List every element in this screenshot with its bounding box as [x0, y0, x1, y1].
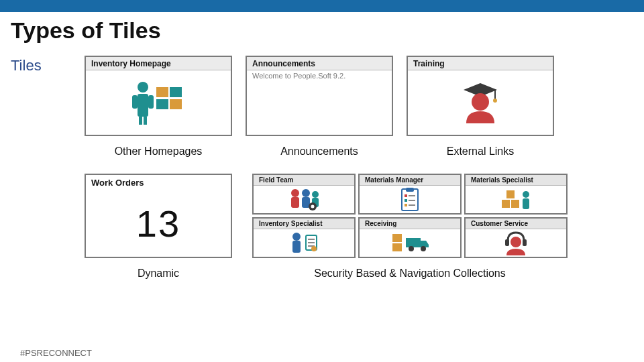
top-accent-bar: [0, 0, 644, 12]
svg-rect-9: [170, 99, 182, 109]
svg-point-34: [292, 233, 301, 241]
tile-inventory-specialist[interactable]: Inventory Specialist: [252, 217, 356, 258]
right-column: Inventory Homepage: [85, 56, 633, 280]
footer-hashtag: #PSRECONNECT: [20, 348, 92, 358]
content-grid: Tiles Inventory Homepage: [11, 56, 633, 280]
tile-inventory-homepage[interactable]: Inventory Homepage: [85, 56, 232, 136]
svg-rect-1: [138, 94, 148, 117]
svg-rect-42: [392, 243, 402, 251]
tile-title: Materials Specialist: [466, 175, 566, 186]
svg-point-45: [421, 246, 426, 251]
tile-body: [360, 229, 460, 257]
svg-point-13: [291, 189, 299, 197]
tile-title: Inventory Homepage: [86, 57, 231, 70]
svg-rect-43: [406, 238, 421, 247]
tile-title: Field Team: [254, 175, 354, 186]
boxes-person-icon: [499, 186, 533, 213]
nav-collection-grid: Field Team Materials Manager: [252, 174, 568, 258]
svg-rect-41: [392, 234, 402, 242]
svg-rect-14: [291, 197, 299, 208]
svg-rect-47: [523, 239, 527, 246]
tile-subtext: Welcome to People.Soft 9.2.: [247, 70, 392, 80]
tile-body: [360, 186, 460, 213]
caption-other-homepages: Other Homepages: [85, 145, 232, 158]
headset-person-icon: [501, 230, 531, 257]
tile-work-orders[interactable]: Work Orders 13: [85, 174, 232, 258]
tile-title: Inventory Specialist: [254, 219, 354, 229]
tile-receiving[interactable]: Receiving: [358, 217, 462, 258]
slide-title: Types of Tiles: [11, 17, 633, 44]
clipboard-list-icon: [396, 186, 423, 213]
row2: Work Orders 13 Field Team: [85, 174, 633, 258]
slide-body: Types of Tiles Tiles Inventory Homepage: [0, 12, 644, 280]
tile-training[interactable]: Training: [407, 56, 554, 136]
svg-rect-23: [405, 194, 407, 197]
svg-rect-22: [406, 188, 414, 192]
row1-tiles: Inventory Homepage: [85, 56, 633, 136]
tile-body: [466, 229, 566, 257]
row1-captions: Other Homepages Announcements External L…: [85, 145, 633, 158]
tile-title: Training: [408, 57, 553, 70]
svg-rect-8: [156, 99, 168, 109]
caption-announcements: Announcements: [246, 145, 393, 158]
truck-box-icon: [390, 230, 430, 257]
tile-title: Work Orders: [86, 175, 231, 190]
tile-title: Customer Service: [466, 219, 566, 229]
svg-point-44: [409, 246, 414, 251]
svg-rect-5: [144, 117, 147, 125]
svg-rect-2: [132, 95, 138, 109]
row2-captions: Dynamic Security Based & Navigation Coll…: [85, 267, 633, 280]
svg-point-0: [138, 82, 148, 93]
caption-security-nav: Security Based & Navigation Collections: [252, 267, 568, 280]
svg-rect-25: [405, 199, 407, 202]
tile-body: [247, 80, 392, 135]
tile-title: Announcements: [247, 57, 392, 70]
tile-announcements[interactable]: Announcements Welcome to People.Soft 9.2…: [246, 56, 393, 136]
tile-body: [408, 70, 553, 135]
tile-customer-service[interactable]: Customer Service: [464, 217, 568, 258]
svg-rect-30: [511, 200, 519, 208]
svg-rect-27: [405, 204, 407, 206]
tile-body: 13: [86, 190, 231, 257]
tile-body: [254, 229, 354, 257]
svg-rect-29: [502, 200, 510, 208]
svg-rect-10: [494, 90, 496, 99]
caption-external-links: External Links: [407, 145, 554, 158]
inventory-person-boxes-icon: [128, 79, 189, 126]
svg-point-15: [302, 189, 310, 197]
svg-point-40: [311, 246, 317, 251]
svg-rect-33: [523, 198, 529, 209]
svg-point-48: [511, 237, 521, 247]
tile-title: Materials Manager: [360, 175, 460, 186]
svg-rect-3: [148, 95, 154, 109]
person-clipboard-icon: [287, 230, 321, 257]
svg-rect-6: [156, 87, 168, 97]
svg-point-20: [311, 204, 315, 208]
tile-field-team[interactable]: Field Team: [252, 174, 356, 215]
svg-point-12: [472, 93, 489, 111]
svg-rect-37: [308, 239, 315, 240]
svg-rect-31: [506, 190, 515, 198]
tile-materials-manager[interactable]: Materials Manager: [358, 174, 462, 215]
caption-dynamic: Dynamic: [85, 267, 232, 280]
graduate-icon: [457, 79, 504, 126]
tile-body: [466, 186, 566, 213]
tile-materials-specialist[interactable]: Materials Specialist: [464, 174, 568, 215]
tile-title: Receiving: [360, 219, 460, 229]
work-orders-count: 13: [136, 202, 180, 245]
svg-rect-7: [170, 87, 182, 97]
svg-rect-26: [409, 200, 415, 201]
svg-rect-4: [139, 117, 142, 125]
svg-point-32: [523, 191, 529, 198]
svg-point-11: [493, 99, 497, 103]
svg-rect-46: [505, 239, 509, 246]
tile-body: [86, 70, 231, 135]
row-label: Tiles: [11, 56, 78, 280]
svg-rect-28: [409, 204, 415, 206]
svg-rect-35: [292, 241, 301, 253]
svg-point-17: [312, 191, 319, 198]
people-gear-icon: [286, 186, 322, 213]
svg-rect-24: [409, 195, 415, 196]
svg-rect-38: [308, 242, 315, 243]
tile-body: [254, 186, 354, 213]
